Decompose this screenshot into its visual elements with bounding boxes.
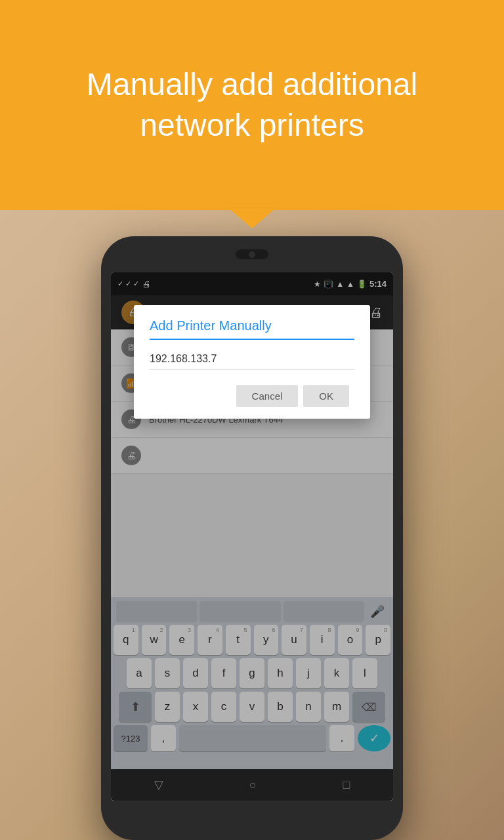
banner-text: Manually add additional network printers bbox=[0, 64, 504, 146]
background-area: ✓ ✓ ✓ 🖨 ★ 📳 ▲ ▲ 🔋 5:14 🖨 Printers bbox=[0, 210, 504, 840]
camera-dot bbox=[249, 251, 255, 258]
ip-address-input[interactable] bbox=[150, 350, 354, 369]
banner-arrow bbox=[229, 209, 275, 228]
phone-screen: ✓ ✓ ✓ 🖨 ★ 📳 ▲ ▲ 🔋 5:14 🖨 Printers bbox=[111, 272, 393, 801]
dialog-buttons: Cancel OK bbox=[150, 380, 354, 412]
cancel-button[interactable]: Cancel bbox=[236, 385, 299, 407]
phone-device: ✓ ✓ ✓ 🖨 ★ 📳 ▲ ▲ 🔋 5:14 🖨 Printers bbox=[101, 236, 403, 840]
ok-button[interactable]: OK bbox=[303, 385, 349, 407]
top-banner: Manually add additional network printers bbox=[0, 0, 504, 210]
dialog-content: Add Printer Manually Cancel OK bbox=[134, 305, 370, 419]
add-printer-dialog: Add Printer Manually Cancel OK bbox=[134, 305, 370, 419]
dialog-title: Add Printer Manually bbox=[150, 318, 354, 333]
dialog-overlay: Add Printer Manually Cancel OK bbox=[111, 272, 393, 801]
phone-camera bbox=[236, 249, 268, 259]
dialog-divider bbox=[150, 339, 354, 340]
